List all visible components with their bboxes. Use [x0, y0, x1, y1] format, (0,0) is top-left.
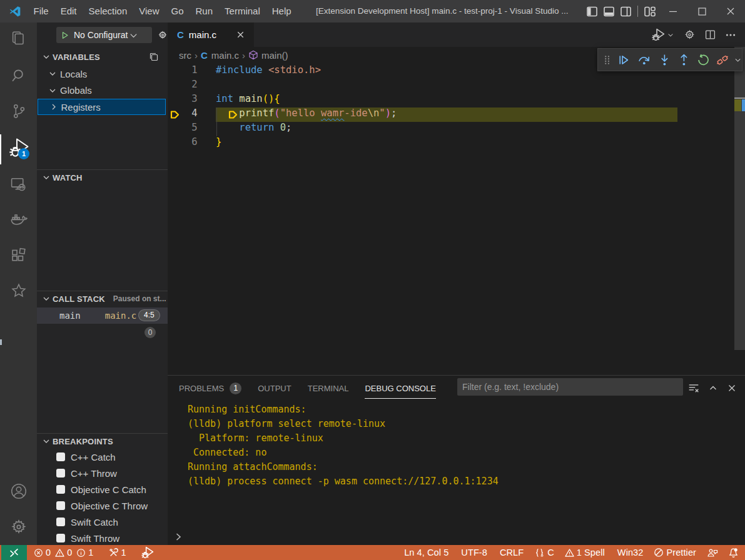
line-number[interactable]: 5 [168, 121, 198, 135]
disconnect-button[interactable] [716, 53, 730, 67]
docker-icon[interactable] [0, 204, 37, 236]
eol-sequence[interactable]: CRLF [500, 545, 524, 560]
maximize-panel-icon[interactable] [708, 383, 718, 393]
feedback[interactable] [707, 545, 718, 560]
remote-explorer-icon[interactable] [0, 169, 37, 200]
formatter[interactable]: Prettier [654, 545, 696, 560]
variables-item-globals[interactable]: Globals [37, 82, 168, 99]
start-debug-icon[interactable] [61, 31, 69, 40]
run-or-debug-button[interactable] [651, 28, 674, 42]
scrollbar-slider[interactable] [734, 47, 745, 350]
debug-config-dropdown[interactable]: No Configurat [56, 27, 152, 43]
clear-console-icon[interactable] [688, 382, 699, 394]
minimize-button[interactable] [659, 0, 687, 22]
notifications[interactable] [728, 545, 739, 560]
menu-terminal[interactable]: Terminal [219, 0, 266, 22]
braces-icon [534, 548, 545, 558]
breakpoint-checkbox[interactable] [56, 469, 65, 478]
restart-button[interactable] [697, 53, 710, 67]
menu-go[interactable]: Go [165, 0, 190, 22]
step-out-button[interactable] [678, 53, 690, 67]
breadcrumb-file[interactable]: main.c [211, 50, 239, 61]
step-into-button[interactable] [659, 53, 671, 67]
breakpoint-row[interactable]: C++ Catch [37, 449, 168, 465]
tools-status[interactable]: 1 [108, 545, 126, 560]
breakpoint-checkbox[interactable] [56, 452, 65, 461]
menu-view[interactable]: View [133, 0, 165, 22]
collapse-all-icon[interactable] [149, 52, 159, 62]
settings-gear-icon[interactable] [0, 511, 37, 542]
panel-tab-debug-console[interactable]: DEBUG CONSOLE [365, 376, 435, 401]
source-control-icon[interactable] [0, 96, 37, 127]
more-actions-icon[interactable] [725, 29, 736, 41]
breadcrumb-folder[interactable]: src [179, 50, 191, 61]
cursor-position[interactable]: Ln 4, Col 5 [404, 545, 449, 560]
line-number[interactable]: 3 [168, 92, 198, 106]
breakpoint-row[interactable]: Objective C Catch [37, 481, 168, 498]
menu-help[interactable]: Help [266, 0, 297, 22]
close-panel-icon[interactable] [727, 383, 737, 393]
toggle-sidebar-icon[interactable] [587, 6, 597, 17]
code-editor[interactable]: 1#include <stdio.h>23int main(){4 printf… [168, 63, 745, 375]
tab-main-c[interactable]: C main.c [168, 22, 254, 47]
encoding[interactable]: UTF-8 [461, 545, 487, 560]
breakpoint-row[interactable]: Objective C Throw [37, 498, 168, 514]
line-number[interactable]: 6 [168, 135, 198, 149]
explorer-icon[interactable] [0, 24, 37, 55]
watch-section-header[interactable]: WATCH [37, 169, 168, 186]
editor-scrollbar[interactable] [734, 47, 745, 375]
spell-checker[interactable]: 1 Spell [565, 545, 605, 560]
panel-tab-problems[interactable]: PROBLEMS1 [179, 376, 241, 401]
variables-item-locals[interactable]: Locals [37, 66, 168, 82]
menu-selection[interactable]: Selection [83, 0, 133, 22]
code-token: ( [263, 93, 268, 104]
maximize-button[interactable] [687, 0, 716, 22]
call-stack-frame-row[interactable]: main main.c 4:5 [37, 308, 168, 324]
editor-settings-gear-icon[interactable] [684, 29, 696, 41]
accounts-icon[interactable] [0, 476, 37, 507]
breakpoint-row[interactable]: Swift Throw [37, 530, 168, 546]
breakpoint-row[interactable]: C++ Throw [37, 465, 168, 481]
breakpoint-row[interactable]: Swift Catch [37, 514, 168, 530]
console-filter-input[interactable] [457, 378, 683, 396]
menu-file[interactable]: File [28, 0, 54, 22]
call-stack-section-header[interactable]: CALL STACK Paused on st... [37, 291, 168, 307]
menu-edit[interactable]: Edit [54, 0, 83, 22]
close-tab-icon[interactable] [236, 30, 245, 39]
step-over-button[interactable] [637, 53, 652, 67]
breakpoint-checkbox[interactable] [56, 501, 65, 510]
continue-button[interactable] [617, 53, 631, 67]
panel-tab-output[interactable]: OUTPUT [258, 376, 291, 401]
language-mode[interactable]: C [534, 545, 554, 560]
debug-session-chevron[interactable] [734, 56, 742, 64]
os-target[interactable]: Win32 [617, 545, 644, 560]
breakpoint-checkbox[interactable] [56, 518, 65, 526]
toolbar-grip[interactable] [603, 54, 611, 66]
panel-tab-terminal[interactable]: TERMINAL [308, 376, 349, 401]
variables-section-header[interactable]: VARIABLES [37, 49, 168, 65]
remote-indicator[interactable] [1, 545, 27, 560]
formatter-label: Prettier [666, 548, 696, 558]
run-debug-icon[interactable] [0, 132, 37, 164]
variables-item-registers[interactable]: Registers [38, 99, 166, 115]
breakpoint-checkbox[interactable] [56, 485, 65, 494]
menu-run[interactable]: Run [190, 0, 219, 22]
toggle-panel-icon[interactable] [604, 6, 614, 17]
debug-settings-gear-icon[interactable] [158, 30, 168, 40]
toggle-secondary-sidebar-icon[interactable] [621, 6, 631, 17]
split-editor-icon[interactable] [705, 29, 716, 40]
code-line-4: printf("hello wamr-ide\n"); [216, 106, 397, 121]
extensions-icon[interactable] [0, 239, 37, 271]
line-number[interactable]: 2 [168, 78, 198, 92]
search-icon[interactable] [0, 60, 37, 91]
breakpoints-section-header[interactable]: BREAKPOINTS [37, 433, 168, 449]
breadcrumb-symbol[interactable]: main() [261, 50, 288, 61]
console-input[interactable] [188, 529, 626, 544]
customize-layout-icon[interactable] [644, 6, 656, 17]
close-window-button[interactable] [716, 0, 745, 22]
debug-status[interactable] [141, 545, 154, 560]
line-number[interactable]: 1 [168, 63, 198, 78]
star-extension-icon[interactable] [0, 275, 37, 306]
problems-status[interactable]: 0 0 1 [34, 545, 94, 560]
breakpoint-checkbox[interactable] [56, 534, 65, 542]
